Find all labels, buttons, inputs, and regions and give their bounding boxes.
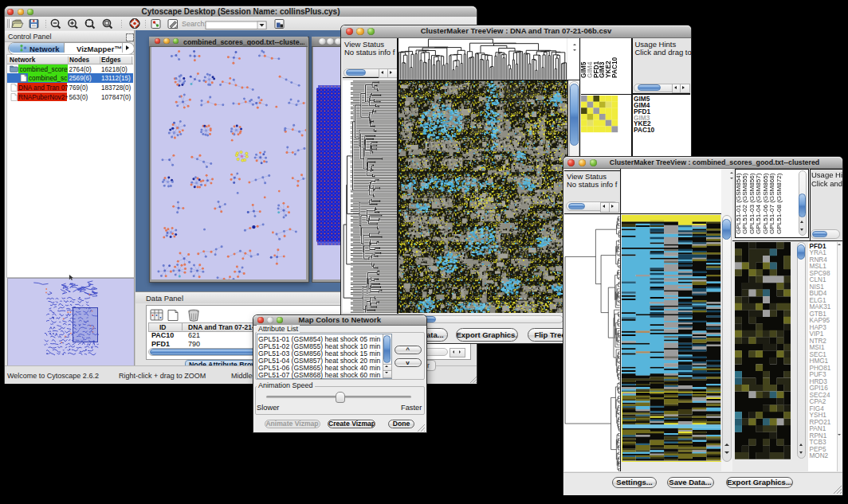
- svg-text:Search:: Search:: [182, 20, 206, 28]
